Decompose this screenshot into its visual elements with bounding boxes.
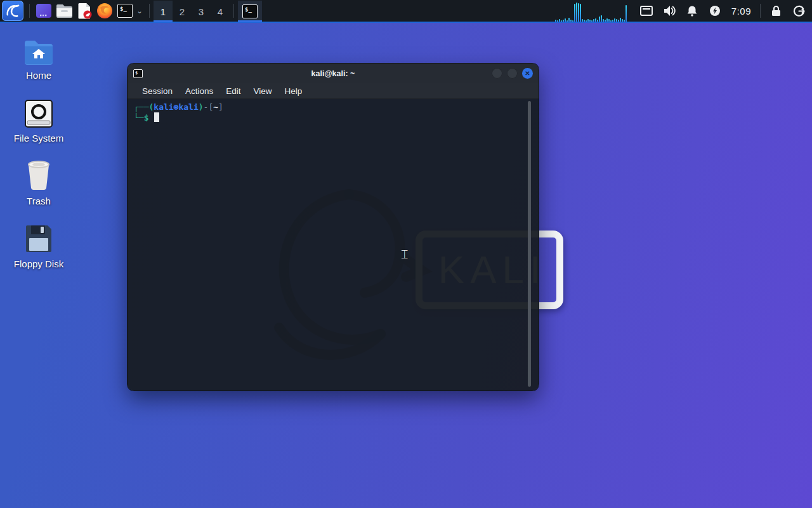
menu-session[interactable]: Session — [136, 84, 179, 98]
file-manager-icon — [56, 3, 73, 18]
menu-help[interactable]: Help — [278, 84, 309, 98]
maximize-button[interactable] — [507, 68, 518, 79]
prompt-line-2: └─$ — [134, 112, 532, 123]
panel-separator — [760, 4, 761, 18]
launcher-firefox[interactable] — [95, 1, 114, 21]
panel-separator — [149, 4, 150, 18]
window-terminal-icon: $ — [133, 69, 143, 78]
desktop-icon-floppy-disk[interactable]: Floppy Disk — [10, 220, 67, 269]
home-folder-icon — [23, 32, 54, 65]
menu-edit[interactable]: Edit — [219, 84, 247, 98]
desktop-icon-home[interactable]: Home — [10, 32, 67, 81]
menu-actions[interactable]: Actions — [179, 84, 219, 98]
text-editor-icon — [76, 3, 93, 19]
prompt-line-1: ┌──(kali⊛kali)-[~] — [134, 102, 532, 112]
volume-icon[interactable] — [661, 0, 678, 22]
panel-separator — [29, 4, 30, 18]
floppy-disk-icon — [25, 220, 53, 253]
desktop-icon-trash[interactable]: Trash — [10, 157, 67, 206]
window-menubar: Session Actions Edit View Help — [128, 83, 539, 99]
desktop-icon-label: Home — [26, 70, 51, 81]
desktop-icons: Home File System Trash — [10, 32, 67, 283]
display-icon[interactable] — [638, 0, 655, 22]
panel-separator — [233, 4, 234, 18]
workspace-2[interactable]: 2 — [173, 1, 192, 22]
power-manager-icon[interactable] — [707, 0, 723, 22]
launcher-terminal[interactable]: $_ — [115, 1, 134, 21]
menu-view[interactable]: View — [247, 84, 278, 98]
ibeam-mouse-cursor: ⌶ — [401, 247, 408, 262]
close-button[interactable]: ✕ — [522, 68, 533, 79]
terminal-icon: $_ — [242, 4, 258, 18]
workspace-4[interactable]: 4 — [211, 1, 230, 22]
window-title: kali@kali: ~ — [128, 69, 539, 78]
taskbar-terminal-window-button[interactable]: $_ — [238, 1, 262, 22]
workspace-3[interactable]: 3 — [192, 1, 211, 22]
launcher-app-window[interactable] — [34, 1, 53, 21]
desktop: KALI Home File System — [0, 0, 812, 508]
logout-icon[interactable] — [790, 0, 807, 22]
terminal-scrollbar[interactable] — [528, 101, 531, 387]
firefox-icon — [96, 3, 113, 19]
workspace-1[interactable]: 1 — [154, 1, 173, 22]
panel-clock[interactable]: 7:09 — [731, 6, 751, 17]
terminal-icon: $_ — [117, 4, 133, 18]
kali-logo-icon — [6, 3, 20, 18]
top-panel: $_ ⌄ 1 2 3 4 $_ — [0, 0, 812, 23]
desktop-icon-file-system[interactable]: File System — [10, 95, 67, 144]
lock-icon[interactable] — [768, 0, 784, 22]
launcher-file-manager[interactable] — [55, 1, 74, 21]
launcher-text-editor[interactable] — [75, 1, 94, 21]
terminal-output[interactable]: ┌──(kali⊛kali)-[~] └─$ — [128, 99, 539, 391]
terminal-cursor — [154, 112, 159, 122]
desktop-icon-label: Floppy Disk — [14, 258, 63, 269]
file-system-drive-icon — [24, 95, 53, 128]
minimize-button[interactable] — [492, 68, 502, 79]
notifications-bell-icon[interactable] — [684, 0, 700, 22]
trash-icon — [25, 157, 53, 190]
cpu-graph[interactable] — [555, 0, 630, 22]
chevron-down-icon[interactable]: ⌄ — [135, 7, 144, 15]
desktop-icon-label: File System — [14, 133, 63, 144]
desktop-icon-label: Trash — [27, 196, 51, 206]
app-window-icon — [36, 3, 52, 19]
window-titlebar[interactable]: $ kali@kali: ~ ✕ — [128, 64, 539, 83]
terminal-window: $ kali@kali: ~ ✕ Session Actions Edit Vi… — [128, 64, 539, 391]
applications-menu-button[interactable] — [2, 1, 23, 21]
